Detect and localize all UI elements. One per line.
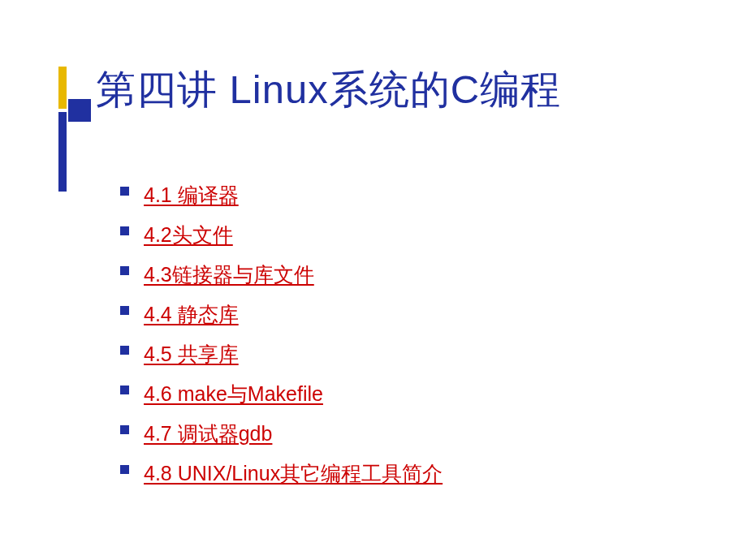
bullet-icon [120,187,129,196]
bullet-icon [120,306,129,315]
toc-item: 4.4 静态库 [120,298,443,330]
toc-item: 4.2头文件 [120,218,443,251]
toc-item: 4.5 共享库 [120,338,443,370]
toc-item: 4.3链接器与库文件 [120,258,443,291]
toc-item: 4.1 编译器 [120,179,443,211]
page-title: 第四讲 Linux系统的C编程 [96,63,561,117]
bullet-icon [120,465,129,474]
toc-link-4-2[interactable]: 4.2头文件 [144,218,233,251]
accent-bar-yellow [58,67,67,109]
toc-link-4-4[interactable]: 4.4 静态库 [144,298,239,330]
toc-link-4-7[interactable]: 4.7 调试器gdb [144,417,272,450]
toc-link-4-5[interactable]: 4.5 共享库 [144,338,239,370]
toc-item: 4.7 调试器gdb [120,417,443,450]
toc-link-4-1[interactable]: 4.1 编译器 [144,179,239,211]
toc-item: 4.6 make与Makefile [120,377,443,410]
accent-square-blue [68,99,91,122]
toc-link-4-3[interactable]: 4.3链接器与库文件 [144,258,314,291]
toc-link-4-6[interactable]: 4.6 make与Makefile [144,377,323,410]
toc-item: 4.8 UNIX/Linux其它编程工具简介 [120,457,443,489]
toc-link-4-8[interactable]: 4.8 UNIX/Linux其它编程工具简介 [144,457,443,489]
accent-bar-blue [58,112,67,192]
toc-list: 4.1 编译器 4.2头文件 4.3链接器与库文件 4.4 静态库 4.5 共享… [120,179,443,497]
bullet-icon [120,386,129,394]
bullet-icon [120,266,129,275]
bullet-icon [120,346,129,355]
bullet-icon [120,226,129,235]
bullet-icon [120,425,129,434]
